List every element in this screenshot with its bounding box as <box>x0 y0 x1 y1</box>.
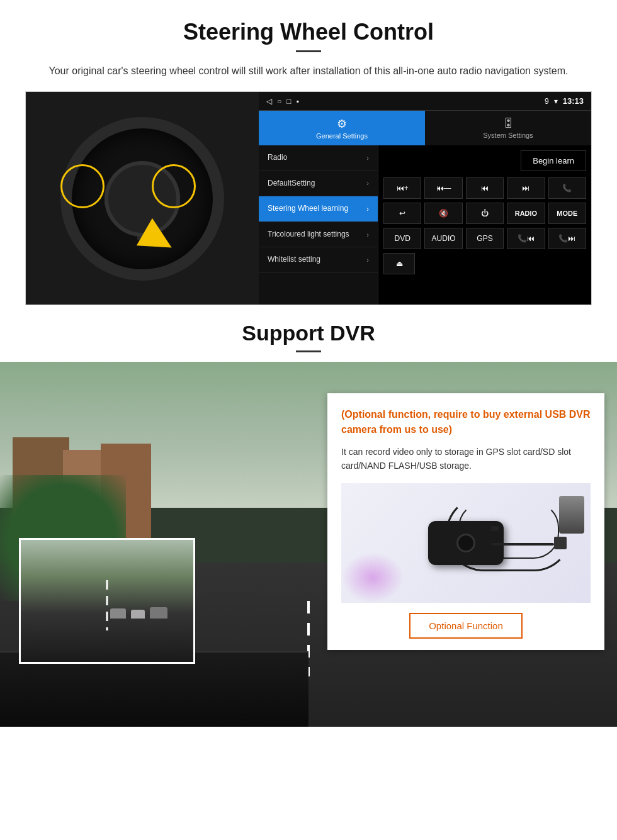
dvr-title: Support DVR <box>25 321 592 345</box>
tab-general-label: General Settings <box>316 132 368 140</box>
ui-demo: ◁ ○ □ ▪ 9 ▾ 13:13 ⚙ General Settings <box>25 91 592 305</box>
android-statusbar: ◁ ○ □ ▪ 9 ▾ 13:13 <box>259 92 591 111</box>
ctrl-audio[interactable]: AUDIO <box>424 228 462 249</box>
section-dvr: Support DVR <box>0 305 617 727</box>
chevron-icon: › <box>366 179 369 187</box>
status-time: 13:13 <box>563 96 584 106</box>
chevron-icon: › <box>366 231 369 238</box>
tab-system-settings[interactable]: 🎛 System Settings <box>425 111 591 145</box>
usb-plug <box>554 537 567 549</box>
arrow-overlay <box>142 224 174 255</box>
back-icon[interactable]: ◁ <box>266 97 272 106</box>
ctrl-next-track[interactable]: ⏭ <box>507 177 545 199</box>
chevron-icon: › <box>366 205 369 213</box>
menu-item-whitelist-label: Whitelist setting <box>268 255 320 265</box>
dvr-optional-text: (Optional function, require to buy exter… <box>341 407 591 437</box>
dvr-title-area: Support DVR <box>0 305 617 362</box>
steering-photo <box>26 92 259 305</box>
camera-detail <box>491 526 499 531</box>
menu-item-steering-label: Steering Wheel learning <box>268 204 348 214</box>
optional-function-button[interactable]: Optional Function <box>409 613 523 639</box>
menu-icon[interactable]: ▪ <box>297 97 299 106</box>
steering-wheel-graphic <box>42 104 243 293</box>
menu-item-whitelist[interactable]: Whitelist setting › <box>259 247 378 273</box>
ctrl-mode[interactable]: MODE <box>548 203 586 224</box>
ctrl-gps[interactable]: GPS <box>466 228 504 249</box>
preview-road-line <box>106 580 108 630</box>
ctrl-power[interactable]: ⏻ <box>466 203 504 224</box>
android-content: Radio › DefaultSetting › Steering Wheel … <box>259 145 591 305</box>
dvr-description: It can record video only to storage in G… <box>341 445 591 473</box>
cable-line <box>491 543 554 546</box>
android-tabs: ⚙ General Settings 🎛 System Settings <box>259 111 591 145</box>
dvr-info-box: (Optional function, require to buy exter… <box>327 393 604 650</box>
statusbar-nav-icons: ◁ ○ □ ▪ <box>266 97 299 106</box>
section-steering: Steering Wheel Control Your original car… <box>0 0 617 305</box>
menu-item-tricoloured[interactable]: Tricoloured light settings › <box>259 222 378 248</box>
ctrl-prev-track[interactable]: ⏮ <box>466 177 504 199</box>
begin-learn-button[interactable]: Begin learn <box>521 150 586 171</box>
chevron-icon: › <box>366 256 369 264</box>
menu-item-steering[interactable]: Steering Wheel learning › <box>259 196 378 222</box>
gear-icon: ⚙ <box>337 117 347 131</box>
camera-assembly <box>428 521 504 565</box>
camera-lens <box>456 534 475 552</box>
ctrl-vol-up[interactable]: ⏮+ <box>383 177 421 199</box>
ctrl-phone[interactable]: 📞 <box>548 177 586 199</box>
ctrl-row-2: ↩ 🔇 ⏻ RADIO MODE <box>383 203 586 224</box>
ctrl-eject[interactable]: ⏏ <box>383 253 415 274</box>
home-icon[interactable]: ○ <box>277 97 281 106</box>
arrow-shape <box>137 218 179 261</box>
begin-learn-row: Begin learn <box>383 150 586 171</box>
chevron-icon: › <box>366 154 369 162</box>
recents-icon[interactable]: □ <box>286 97 291 106</box>
preview-cars <box>110 607 167 619</box>
camera-body <box>428 521 504 565</box>
purple-glow <box>341 552 404 603</box>
ctrl-row-3: DVD AUDIO GPS 📞⏮ 📞⏭ <box>383 228 586 249</box>
page-title: Steering Wheel Control <box>25 19 592 45</box>
ctrl-mute[interactable]: 🔇 <box>424 203 462 224</box>
dvr-divider <box>296 350 321 352</box>
preview-car-3 <box>150 607 167 619</box>
title-divider <box>296 50 321 52</box>
menu-item-radio[interactable]: Radio › <box>259 145 378 171</box>
usb-connector <box>559 496 584 534</box>
android-panel: ◁ ○ □ ▪ 9 ▾ 13:13 ⚙ General Settings <box>259 92 591 305</box>
dvr-preview-thumbnail <box>19 538 195 664</box>
controls-panel: Begin learn ⏮+ ⏮— ⏮ ⏭ 📞 ↩ 🔇 ⏻ RADIO <box>378 145 591 305</box>
ctrl-dvd[interactable]: DVD <box>383 228 421 249</box>
ctrl-radio[interactable]: RADIO <box>507 203 545 224</box>
wifi-icon: ▾ <box>554 97 558 106</box>
ctrl-phone-next[interactable]: 📞⏭ <box>548 228 586 249</box>
preview-car-1 <box>110 608 126 619</box>
ctrl-hang-up[interactable]: ↩ <box>383 203 421 224</box>
tab-general-settings[interactable]: ⚙ General Settings <box>259 111 425 145</box>
preview-car-2 <box>131 610 145 619</box>
android-menu-list: Radio › DefaultSetting › Steering Wheel … <box>259 145 378 305</box>
system-icon: 🎛 <box>502 117 514 130</box>
menu-item-default-label: DefaultSetting <box>268 179 315 189</box>
dvr-camera-image <box>341 483 591 603</box>
ctrl-vol-down[interactable]: ⏮— <box>424 177 462 199</box>
menu-item-defaultsetting[interactable]: DefaultSetting › <box>259 171 378 197</box>
statusbar-status-icons: 9 ▾ 13:13 <box>545 96 584 106</box>
ctrl-row-1: ⏮+ ⏮— ⏮ ⏭ 📞 <box>383 177 586 199</box>
ctrl-phone-prev[interactable]: 📞⏮ <box>507 228 545 249</box>
ctrl-row-4: ⏏ <box>383 253 586 274</box>
dvr-photo-area: (Optional function, require to buy exter… <box>0 362 617 727</box>
highlight-right <box>152 164 196 208</box>
dvr-preview-scene <box>21 540 193 662</box>
tab-system-label: System Settings <box>483 132 533 139</box>
signal-icon: 9 <box>545 97 549 106</box>
highlight-left <box>60 164 105 208</box>
menu-item-tricoloured-label: Tricoloured light settings <box>268 230 349 240</box>
menu-item-radio-label: Radio <box>268 153 287 163</box>
subtitle-text: Your original car's steering wheel contr… <box>38 64 579 79</box>
